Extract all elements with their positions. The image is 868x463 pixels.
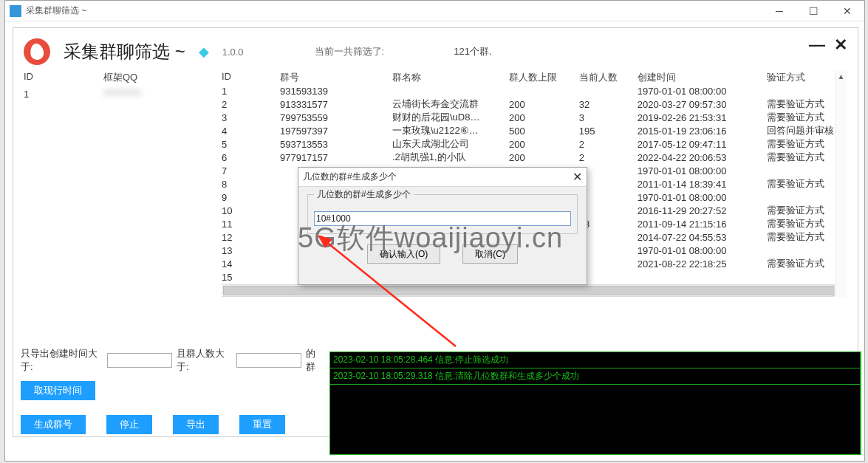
get-current-time-button[interactable]: 取现行时间 — [21, 381, 95, 400]
dialog-titlebar[interactable]: 几位数的群#生成多少个 ✕ — [298, 168, 587, 187]
accounts-table: ID 框架QQ 1 ********** — [24, 71, 207, 297]
filter-date-input[interactable] — [107, 353, 172, 368]
export-button[interactable]: 导出 — [173, 415, 219, 434]
filter-mid-label: 且群人数大于: — [177, 347, 232, 374]
reset-button[interactable]: 重置 — [239, 415, 285, 434]
input-dialog: 几位数的群#生成多少个 ✕ 几位数的群#生成多少个 确认输入(O) 取消(C) — [298, 167, 587, 285]
dialog-ok-button[interactable]: 确认输入(O) — [367, 244, 440, 264]
dialog-title: 几位数的群#生成多少个 — [303, 171, 397, 183]
version-label: 1.0.0 — [222, 47, 244, 58]
filter-suffix-label: 的群 — [306, 347, 324, 374]
groups-table-header: ID 群号 群名称 群人数上限 当前人数 创建时间 验证方式 — [222, 71, 847, 84]
log-line: 2023-02-10 18:05:29.318 信息:清除几位数群和生成多少个成… — [330, 368, 860, 385]
total-filtered-label: 当前一共筛选了: — [315, 45, 385, 58]
vertical-scrollbar[interactable]: ▲ — [835, 71, 847, 297]
log-line: 2023-02-10 18:05:28.464 信息:停止筛选成功 — [330, 352, 860, 368]
dialog-close-button[interactable]: ✕ — [573, 170, 582, 184]
col-id: ID — [24, 71, 103, 84]
col-cap: 群人数上限 — [509, 71, 579, 84]
dialog-cancel-button[interactable]: 取消(C) — [462, 244, 518, 264]
table-row[interactable]: 5593713553山东天成湖北公司20022017-05-12 09:47:1… — [222, 137, 847, 151]
generate-group-button[interactable]: 生成群号 — [21, 415, 86, 434]
stop-button[interactable]: 停止 — [106, 415, 152, 434]
col-ctime: 创建时间 — [638, 71, 768, 84]
window-minimize-button[interactable]: ─ — [762, 1, 796, 21]
diamond-icon: ◆ — [199, 44, 209, 60]
dialog-input[interactable] — [314, 211, 571, 226]
window-close-button[interactable]: ✕ — [830, 1, 864, 21]
col-current: 当前人数 — [579, 71, 638, 84]
app-window: 采集群聊筛选 ~ ─ ☐ ✕ 采集群聊筛选 ~ ◆ 1.0.0 当前一共筛选了:… — [4, 0, 865, 462]
table-row[interactable]: 19315931391970-01-01 08:00:00 — [222, 84, 847, 97]
table-row[interactable]: 6977917157.2胡凯强1,的小队20022022-04-22 20:06… — [222, 151, 847, 164]
titlebar[interactable]: 采集群聊筛选 ~ ─ ☐ ✕ — [5, 1, 864, 21]
col-id: ID — [222, 71, 280, 84]
app-icon — [10, 5, 21, 17]
dialog-group-legend: 几位数的群#生成多少个 — [314, 188, 414, 201]
col-group-no: 群号 — [280, 71, 392, 84]
log-panel[interactable]: 2023-02-10 18:05:28.464 信息:停止筛选成功 2023-0… — [329, 351, 861, 455]
header: 采集群聊筛选 ~ ◆ 1.0.0 当前一共筛选了: 121个群. — ✕ — [13, 28, 858, 71]
flame-icon — [24, 38, 50, 65]
table-row[interactable]: 1 ********** — [24, 87, 207, 100]
page-title: 采集群聊筛选 ~ — [64, 40, 185, 64]
table-row[interactable]: 4197597397一束玫瑰\u2122⑥…5001952015-01-19 2… — [222, 124, 847, 137]
col-qq: 框架QQ — [103, 71, 207, 84]
filter-date-label: 只导出创建时间大于: — [21, 347, 103, 374]
col-group-name: 群名称 — [392, 71, 509, 84]
window-title: 采集群聊筛选 ~ — [26, 4, 86, 17]
card-minimize-button[interactable]: — — [809, 35, 825, 55]
table-row[interactable]: 2913331577云埔街长寿金交流群200322020-03-27 09:57… — [222, 97, 847, 111]
table-row[interactable]: 3799753559财财的后花园\uD8…20032019-02-26 21:5… — [222, 111, 847, 124]
filter-count-input[interactable] — [236, 353, 301, 368]
window-maximize-button[interactable]: ☐ — [796, 1, 830, 21]
filter-row: 只导出创建时间大于: 且群人数大于: 的群 — [21, 347, 324, 374]
horizontal-scrollbar[interactable]: ◄► — [222, 284, 834, 297]
total-filtered-value: 121个群. — [454, 45, 491, 58]
card-close-button[interactable]: ✕ — [834, 35, 847, 55]
